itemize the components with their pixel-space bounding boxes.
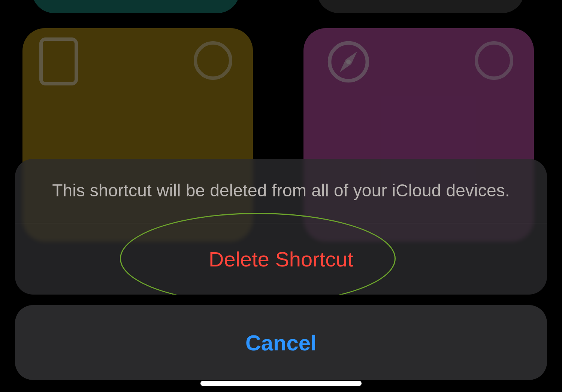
cancel-label: Cancel — [245, 330, 317, 355]
delete-shortcut-label: Delete Shortcut — [209, 247, 353, 271]
action-sheet-cancel-card: Cancel — [15, 305, 547, 380]
action-sheet-message: This shortcut will be deleted from all o… — [15, 159, 547, 223]
cancel-button[interactable]: Cancel — [15, 305, 547, 380]
action-sheet-body: This shortcut will be deleted from all o… — [15, 159, 547, 295]
delete-shortcut-button[interactable]: Delete Shortcut — [15, 223, 547, 295]
home-indicator — [200, 381, 362, 386]
action-sheet: This shortcut will be deleted from all o… — [15, 159, 547, 380]
